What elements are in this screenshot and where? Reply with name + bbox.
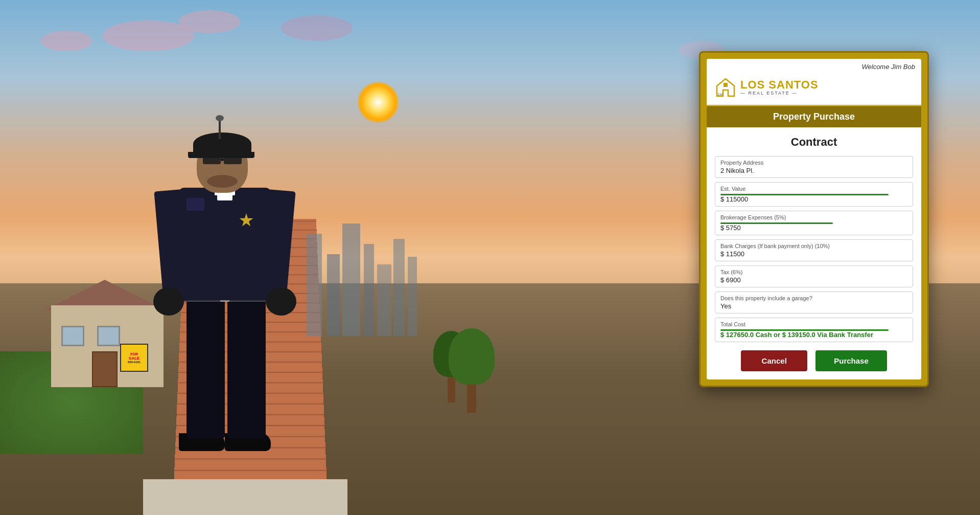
field-value-bank-charges: $ 11500: [720, 250, 907, 258]
window-1: [61, 326, 84, 346]
logo-text-area: LOS SANTOS — REAL ESTATE —: [740, 79, 819, 96]
field-label-tax: Tax (6%): [720, 269, 907, 275]
contract-title: Contract: [715, 136, 913, 149]
field-label-total-cost: Total Cost: [720, 321, 907, 327]
svg-text:1st: 1st: [717, 93, 723, 96]
field-tax: Tax (6%) $ 6900: [715, 265, 913, 287]
building-3: [342, 223, 360, 336]
field-garage: Does this property include a garage? Yes: [715, 292, 913, 314]
field-bank-charges: Bank Charges (If bank payment only) (10%…: [715, 239, 913, 261]
field-value-brokerage: $ 5750: [720, 224, 907, 232]
cloud-2: [179, 10, 240, 33]
field-label-address: Property Address: [720, 160, 907, 166]
for-sale-sign: FOR SALE 555-0181: [120, 344, 148, 372]
field-value-address: 2 Nikola Pl.: [720, 167, 907, 174]
field-brokerage: Brokerage Expenses (5%) $ 5750: [715, 211, 913, 235]
building-6: [393, 239, 405, 336]
logo-house-icon: 1st: [715, 77, 736, 98]
cloud-4: [281, 15, 353, 41]
char-hand-left: [153, 287, 184, 316]
field-value-est-value: $ 115000: [720, 195, 907, 203]
cap-top: [216, 115, 224, 121]
section-title: Property Purchase: [707, 106, 921, 127]
door: [92, 351, 118, 387]
purchase-button[interactable]: Purchase: [815, 350, 887, 371]
svg-rect-1: [724, 83, 728, 87]
field-est-value: Est. Value $ 115000: [715, 182, 913, 207]
char-body: [179, 188, 271, 300]
building-2: [327, 254, 340, 336]
char-hand-right: [266, 287, 296, 316]
sidewalk: [143, 479, 347, 515]
building-7: [408, 257, 417, 336]
logo-main-text: LOS SANTOS: [740, 79, 819, 91]
logo-area: 1st LOS SANTOS — REAL ESTATE —: [707, 73, 921, 105]
field-total-cost: Total Cost $ 127650.0 Cash or $ 139150.0…: [715, 318, 913, 342]
field-label-brokerage: Brokerage Expenses (5%): [720, 214, 907, 220]
field-property-address: Property Address 2 Nikola Pl.: [715, 156, 913, 178]
char-leg-right: [227, 295, 266, 438]
field-label-bank-charges: Bank Charges (If bank payment only) (10%…: [720, 243, 907, 249]
tree-right: [449, 339, 495, 413]
character: [153, 137, 317, 484]
field-value-tax: $ 6900: [720, 276, 907, 284]
cap-antenna: [219, 119, 221, 139]
cancel-button[interactable]: Cancel: [741, 350, 807, 371]
field-value-garage: Yes: [720, 302, 907, 310]
modal-header-bar: Welcome Jim Bob: [707, 59, 921, 73]
modal-panel: Welcome Jim Bob 1st LOS SANTOS — REAL ES…: [699, 51, 929, 387]
field-label-est-value: Est. Value: [720, 186, 907, 192]
building-5: [377, 264, 391, 336]
building-4: [364, 244, 374, 336]
cloud-3: [41, 31, 92, 51]
sun: [358, 82, 399, 123]
char-leg-left: [186, 295, 225, 438]
logo-subtitle: — REAL ESTATE —: [740, 91, 819, 96]
char-cap-brim: [188, 152, 254, 158]
field-label-garage: Does this property include a garage?: [720, 295, 907, 301]
welcome-text: Welcome Jim Bob: [861, 63, 915, 71]
window-2: [97, 326, 120, 346]
contract-area: Contract Property Address 2 Nikola Pl. E…: [707, 127, 921, 379]
field-value-total-cost: $ 127650.0 Cash or $ 139150.0 Via Bank T…: [720, 331, 907, 339]
button-row: Cancel Purchase: [715, 350, 913, 373]
